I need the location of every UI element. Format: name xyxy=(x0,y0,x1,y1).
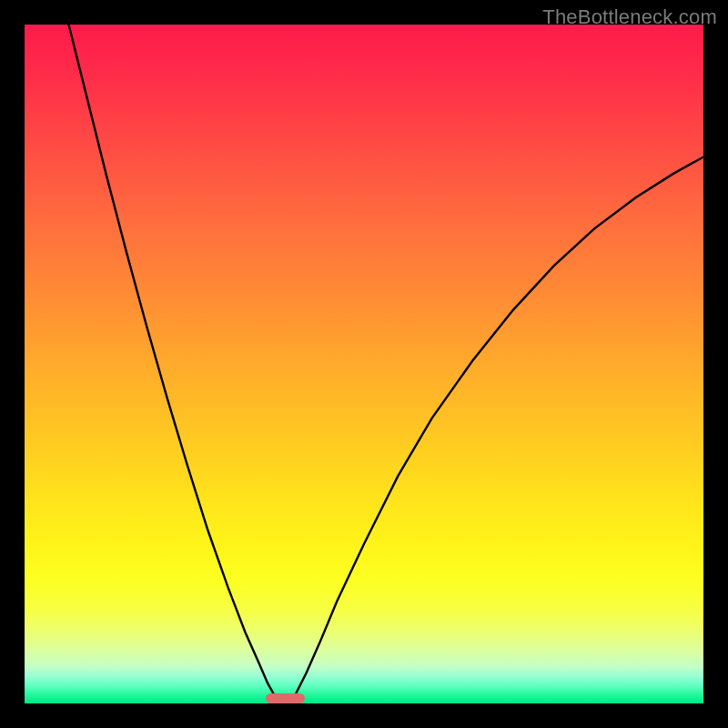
curve-layer xyxy=(25,25,703,703)
left-curve xyxy=(68,25,278,703)
chart-frame: TheBottleneck.com xyxy=(0,0,728,728)
watermark-text: TheBottleneck.com xyxy=(542,5,717,29)
plot-area xyxy=(25,25,703,703)
right-curve xyxy=(290,157,703,703)
bottleneck-marker xyxy=(266,693,305,703)
